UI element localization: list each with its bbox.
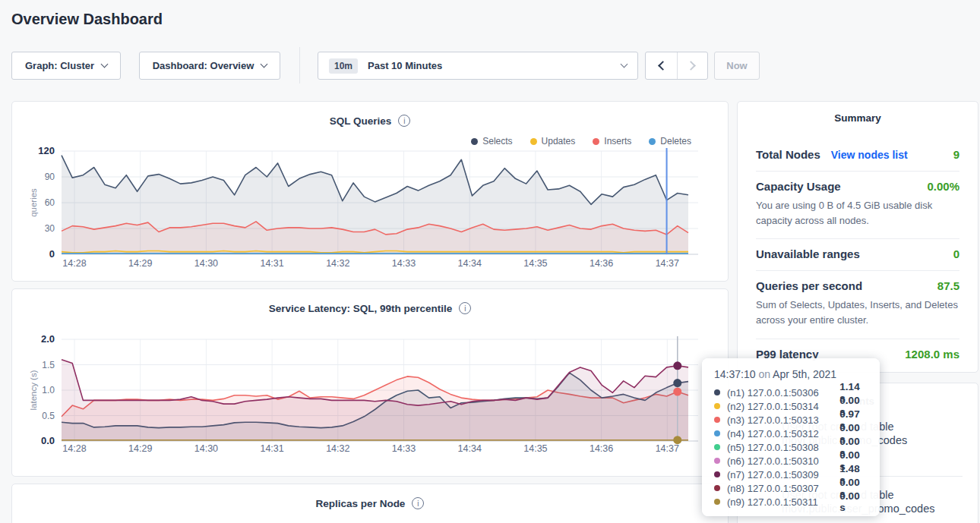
svg-text:14:31: 14:31	[260, 443, 283, 454]
svg-text:latency (s): latency (s)	[29, 370, 38, 410]
service-latency-panel: Service Latency: SQL, 99th percentile i …	[11, 288, 729, 477]
svg-text:14:34: 14:34	[458, 258, 482, 269]
summary-qps-section: Queries per second 87.5 Sum of Selects, …	[756, 271, 959, 339]
svg-text:2.0: 2.0	[41, 333, 55, 345]
chevron-down-icon	[261, 61, 268, 68]
p99-latency-value: 1208.0 ms	[905, 348, 959, 361]
svg-text:90: 90	[45, 172, 55, 182]
svg-text:14:32: 14:32	[326, 443, 349, 454]
svg-text:14:30: 14:30	[194, 258, 218, 269]
svg-text:14:28: 14:28	[62, 258, 86, 269]
svg-text:14:33: 14:33	[392, 443, 416, 454]
info-icon[interactable]: i	[412, 497, 424, 509]
chevron-down-icon	[621, 61, 628, 68]
tooltip-row: (n9) 127.0.0.1:503110.00 s	[714, 495, 868, 509]
node-dot-icon	[714, 485, 720, 491]
capacity-usage-value: 0.00%	[927, 180, 959, 193]
svg-text:14:30: 14:30	[194, 443, 218, 454]
summary-unavailable-section: Unavailable ranges 0	[756, 239, 959, 271]
now-button[interactable]: Now	[714, 52, 760, 80]
svg-text:14:36: 14:36	[590, 443, 613, 454]
node-dot-icon	[714, 471, 720, 477]
svg-text:14:31: 14:31	[260, 258, 283, 269]
svg-text:14:28: 14:28	[62, 443, 86, 454]
service-latency-chart[interactable]: 14:2814:2914:3014:3114:3214:3314:3414:35…	[12, 289, 728, 476]
svg-text:14:35: 14:35	[523, 258, 547, 269]
svg-text:120: 120	[38, 145, 55, 156]
svg-text:0.5: 0.5	[42, 411, 55, 421]
node-dot-icon	[714, 458, 720, 464]
qps-value: 87.5	[937, 279, 959, 292]
node-dot-icon	[714, 417, 720, 423]
svg-text:14:33: 14:33	[392, 258, 416, 269]
unavailable-ranges-label: Unavailable ranges	[756, 247, 860, 260]
dashboard-label: Dashboard: Overview	[153, 60, 254, 71]
svg-text:14:29: 14:29	[128, 443, 152, 454]
graph-scope-dropdown[interactable]: Graph: Cluster	[11, 52, 121, 80]
toolbar-divider	[299, 47, 300, 83]
replicas-per-node-panel: Replicas per Node i	[11, 484, 729, 523]
node-dot-icon	[714, 389, 720, 395]
time-forward-button[interactable]	[677, 52, 708, 79]
time-range-badge: 10m	[329, 58, 358, 74]
chevron-right-icon	[686, 61, 696, 71]
svg-text:30: 30	[45, 223, 55, 234]
unavailable-ranges-value: 0	[953, 247, 959, 260]
chevron-down-icon	[101, 61, 109, 68]
node-dot-icon	[714, 430, 720, 436]
total-nodes-label: Total Nodes	[756, 148, 820, 161]
summary-capacity-section: Capacity Usage 0.00% You are using 0 B o…	[756, 172, 959, 239]
svg-text:queries: queries	[29, 188, 38, 217]
sql-queries-chart[interactable]: 14:2814:2914:3014:3114:3214:3314:3414:35…	[12, 102, 728, 281]
dashboard-dropdown[interactable]: Dashboard: Overview	[139, 52, 280, 80]
sql-queries-panel: SQL Queries i Selects Updates Inserts De…	[11, 101, 729, 282]
time-nav-group	[645, 52, 708, 80]
capacity-usage-description: You are using 0 B of 4.5 GiB usable disk…	[756, 198, 959, 228]
now-button-label: Now	[726, 60, 747, 71]
svg-text:14:34: 14:34	[458, 443, 482, 454]
node-dot-icon	[714, 444, 720, 450]
time-range-dropdown[interactable]: 10m Past 10 Minutes	[318, 52, 638, 80]
node-dot-icon	[714, 403, 720, 409]
time-range-label: Past 10 Minutes	[368, 60, 442, 71]
chevron-left-icon	[658, 61, 668, 71]
svg-text:14:35: 14:35	[523, 443, 547, 454]
capacity-usage-label: Capacity Usage	[756, 180, 841, 193]
svg-text:0: 0	[49, 248, 55, 260]
svg-text:14:32: 14:32	[326, 258, 349, 269]
total-nodes-value: 9	[953, 148, 959, 161]
svg-text:14:37: 14:37	[656, 258, 679, 269]
svg-text:14:29: 14:29	[128, 258, 152, 269]
svg-text:1.0: 1.0	[42, 385, 55, 395]
svg-text:1.5: 1.5	[42, 360, 55, 370]
node-dot-icon	[714, 499, 720, 505]
svg-text:14:36: 14:36	[590, 258, 613, 269]
graph-scope-label: Graph: Cluster	[25, 60, 94, 71]
summary-total-nodes-section: Total Nodes View nodes list 9	[756, 140, 959, 172]
page-title: Overview Dashboard	[11, 11, 163, 28]
replicas-per-node-title: Replicas per Node i	[12, 497, 728, 509]
svg-text:14:37: 14:37	[656, 443, 679, 454]
summary-title: Summary	[756, 112, 959, 124]
qps-description: Sum of Selects, Updates, Inserts, and De…	[756, 298, 959, 328]
view-nodes-list-link[interactable]: View nodes list	[831, 149, 908, 161]
summary-panel: Summary Total Nodes View nodes list 9 Ca…	[737, 101, 978, 373]
svg-text:60: 60	[45, 197, 55, 208]
tooltip-timestamp: 14:37:10 on Apr 5th, 2021	[714, 368, 868, 380]
qps-label: Queries per second	[756, 279, 862, 292]
time-back-button[interactable]	[646, 52, 677, 79]
chart-hover-tooltip: 14:37:10 on Apr 5th, 2021 (n1) 127.0.0.1…	[702, 358, 880, 516]
svg-text:0.0: 0.0	[41, 435, 55, 446]
